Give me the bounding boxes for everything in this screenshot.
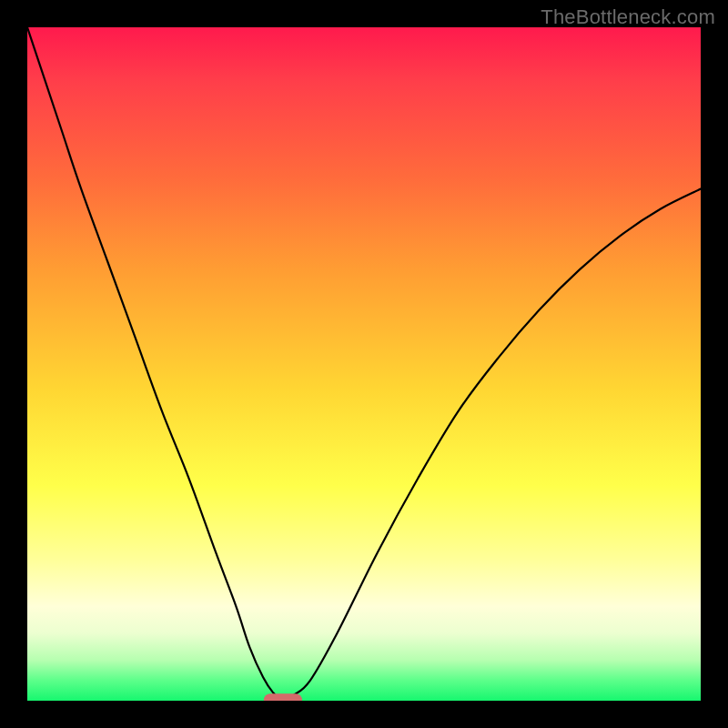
watermark-label: TheBottleneck.com xyxy=(541,5,715,29)
optimal-marker xyxy=(264,693,302,701)
plot-area xyxy=(27,27,701,701)
bottleneck-curve xyxy=(27,27,701,701)
chart-frame: TheBottleneck.com xyxy=(0,0,728,728)
